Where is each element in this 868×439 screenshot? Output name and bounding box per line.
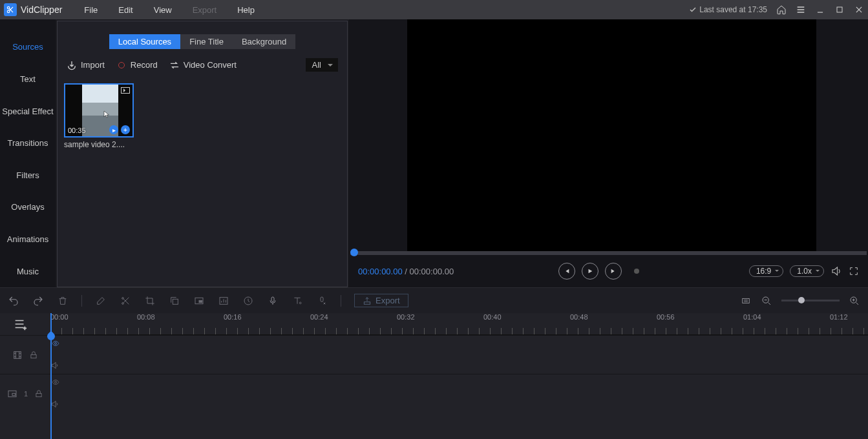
main-area: Sources Text Special Effect Transitions … [0, 19, 868, 287]
ruler-label: 01:12 [830, 313, 848, 321]
timeline-ruler[interactable]: 00:00 00:08 00:16 00:24 00:32 00:40 00:4… [50, 313, 868, 335]
menu-help[interactable]: Help [227, 5, 265, 15]
svg-point-19 [55, 343, 57, 345]
zoom-in-button[interactable] [849, 295, 860, 307]
voiceover-button[interactable] [267, 295, 279, 307]
app-logo-icon [4, 3, 17, 16]
thumb-preview[interactable]: 00:35 ▸ + [64, 83, 134, 138]
add-track-button[interactable] [13, 317, 27, 331]
record-button[interactable]: Record [116, 60, 158, 70]
cursor-icon [103, 109, 111, 119]
stats-button[interactable] [218, 295, 229, 307]
sidebar-item-animations[interactable]: Animations [0, 223, 56, 256]
ruler-label: 00:24 [310, 313, 328, 321]
menu-file[interactable]: File [74, 5, 108, 15]
close-button[interactable] [854, 5, 864, 15]
playhead[interactable] [50, 313, 52, 439]
lock-icon[interactable] [29, 351, 38, 360]
track-lane[interactable] [50, 374, 868, 413]
ruler-label: 01:04 [743, 313, 761, 321]
playback-speed-dropdown[interactable]: 1.0x [790, 265, 824, 277]
zoom-knob[interactable] [798, 297, 805, 303]
tab-fine-title[interactable]: Fine Title [180, 34, 233, 49]
svg-point-3 [122, 297, 124, 299]
ruler-label: 00:08 [137, 313, 155, 321]
split-button[interactable] [120, 295, 131, 307]
undo-button[interactable] [8, 295, 19, 307]
thumb-add-icon[interactable]: + [121, 125, 130, 134]
track-lane[interactable] [50, 336, 868, 374]
edit-clip-button[interactable] [95, 295, 107, 307]
app-brand: VidClipper [4, 3, 62, 16]
video-convert-button[interactable]: Video Convert [169, 60, 237, 70]
media-thumb[interactable]: 00:35 ▸ + sample video 2.... [64, 83, 134, 149]
fullscreen-icon[interactable] [849, 266, 859, 276]
stop-button[interactable] [628, 263, 645, 280]
minimize-button[interactable] [815, 5, 825, 15]
ruler-label: 00:32 [397, 313, 415, 321]
speaker-icon[interactable] [50, 400, 59, 409]
menu-view[interactable]: View [143, 5, 182, 15]
preview-video[interactable] [407, 19, 816, 251]
timeline: 00:00 00:08 00:16 00:24 00:32 00:40 00:4… [0, 313, 868, 439]
edit-toolbar: Export [0, 287, 868, 313]
prev-frame-button[interactable] [558, 263, 575, 280]
hamburger-button[interactable] [796, 5, 806, 15]
home-button[interactable] [776, 5, 787, 15]
fit-timeline-button[interactable] [740, 295, 752, 307]
sources-panel: Local Sources Fine Title Background Impo… [57, 21, 348, 287]
seek-handle[interactable] [350, 249, 358, 256]
copy-button[interactable] [169, 295, 180, 307]
svg-rect-2 [837, 7, 842, 12]
zoom-out-button[interactable] [761, 295, 772, 307]
speed-button[interactable] [242, 295, 254, 307]
aspect-ratio-dropdown[interactable]: 16:9 [749, 265, 783, 277]
panel-tabs: Local Sources Fine Title Background [58, 21, 347, 56]
time-sep: / [403, 267, 410, 276]
sidebar: Sources Text Special Effect Transitions … [0, 19, 56, 287]
top-menus: File Edit View Export Help [74, 5, 265, 15]
zoom-slider[interactable] [781, 300, 840, 301]
volume-icon[interactable] [831, 265, 842, 277]
maximize-button[interactable] [834, 5, 845, 15]
preview-seekbar[interactable] [350, 251, 867, 255]
video-track [0, 335, 868, 374]
export-label: Export [376, 296, 400, 305]
play-button[interactable] [582, 263, 598, 280]
speaker-icon[interactable] [50, 361, 59, 370]
eye-icon[interactable] [50, 340, 61, 347]
svg-rect-5 [173, 299, 178, 304]
svg-rect-22 [36, 393, 41, 396]
pip-button[interactable] [193, 295, 205, 307]
tts-button[interactable] [316, 295, 328, 307]
export-icon [363, 296, 372, 305]
sidebar-item-transitions[interactable]: Transitions [0, 127, 56, 159]
track-head: 1 [0, 389, 50, 399]
ruler-label: 00:40 [483, 313, 502, 321]
menu-export[interactable]: Export [182, 5, 228, 15]
sidebar-item-music[interactable]: Music [0, 255, 56, 287]
export-button[interactable]: Export [354, 294, 408, 307]
sidebar-item-filters[interactable]: Filters [0, 159, 56, 192]
thumb-play-icon[interactable]: ▸ [109, 125, 118, 134]
sidebar-item-text[interactable]: Text [0, 63, 56, 96]
delete-button[interactable] [57, 295, 69, 307]
svg-rect-17 [14, 351, 21, 358]
time-total: 00:00:00.00 [410, 267, 454, 276]
import-button[interactable]: Import [67, 60, 105, 70]
filter-dropdown[interactable]: All [306, 58, 338, 72]
redo-button[interactable] [32, 295, 44, 307]
divider [81, 295, 82, 307]
tab-background[interactable]: Background [233, 34, 295, 49]
eye-icon[interactable] [50, 378, 61, 386]
tab-local-sources[interactable]: Local Sources [109, 34, 180, 49]
sidebar-item-overlays[interactable]: Overlays [0, 191, 56, 223]
crop-button[interactable] [144, 295, 156, 307]
lock-icon[interactable] [34, 389, 43, 398]
menu-edit[interactable]: Edit [108, 5, 143, 15]
save-status: Last saved at 17:35 [689, 5, 767, 14]
text-tool-button[interactable] [291, 295, 303, 307]
sidebar-item-special-effect[interactable]: Special Effect [0, 95, 56, 127]
next-frame-button[interactable] [605, 263, 622, 280]
sidebar-item-sources[interactable]: Sources [0, 31, 56, 63]
